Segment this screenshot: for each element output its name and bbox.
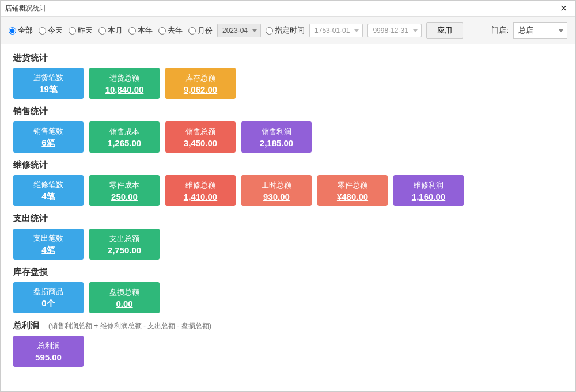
date-range-radios: 全部 今天 昨天 本月 本年 去年 月份	[9, 25, 213, 36]
section-repair: 维修统计 维修笔数4笔 零件成本250.00 维修总额1,410.00 工时总额…	[13, 159, 563, 206]
card-repair-parts[interactable]: 零件总额¥480.00	[317, 175, 388, 206]
card-purchase-count[interactable]: 进货笔数19笔	[13, 68, 84, 99]
card-expense-count[interactable]: 支出笔数4笔	[13, 229, 84, 260]
card-repair-parts-cost[interactable]: 零件成本250.00	[89, 175, 160, 206]
content-area: 进货统计 进货笔数19笔 进货总额10,840.00 库存总额9,062.00 …	[1, 44, 575, 391]
card-sales-count[interactable]: 销售笔数6笔	[13, 121, 84, 153]
section-title-sales: 销售统计	[13, 106, 48, 117]
radio-this-year[interactable]: 本年	[128, 25, 153, 36]
radio-today[interactable]: 今天	[39, 25, 63, 36]
date-to-input[interactable]: 9998-12-31	[367, 24, 421, 37]
card-expense-total[interactable]: 支出总额2,750.00	[89, 229, 160, 260]
section-title-purchase: 进货统计	[13, 52, 48, 63]
titlebar: 店铺概况统计 ✕	[1, 1, 575, 17]
card-repair-profit[interactable]: 维修利润1,160.00	[393, 175, 464, 206]
card-stock-total[interactable]: 库存总额9,062.00	[165, 68, 236, 99]
radio-all[interactable]: 全部	[9, 25, 33, 36]
card-loss-count[interactable]: 盘损商品0个	[13, 282, 84, 313]
store-select[interactable]: 总店	[513, 22, 567, 39]
card-sales-total[interactable]: 销售总额3,450.00	[165, 121, 236, 153]
section-title-profit: 总利润	[13, 320, 39, 331]
filter-toolbar: 全部 今天 昨天 本月 本年 去年 月份 2023-04 指定时间 1753-0…	[1, 17, 575, 44]
section-title-expense: 支出统计	[13, 213, 48, 224]
radio-custom[interactable]: 指定时间	[266, 25, 305, 36]
radio-this-month[interactable]: 本月	[98, 25, 123, 36]
radio-yesterday[interactable]: 昨天	[69, 25, 93, 36]
card-sales-profit[interactable]: 销售利润2,185.00	[241, 121, 312, 153]
window-title: 店铺概况统计	[5, 3, 47, 13]
section-loss: 库存盘损 盘损商品0个 盘损总额0.00	[13, 267, 563, 313]
section-title-loss: 库存盘损	[13, 267, 48, 277]
section-sales: 销售统计 销售笔数6笔 销售成本1,265.00 销售总额3,450.00 销售…	[13, 106, 563, 153]
radio-last-year[interactable]: 去年	[158, 25, 183, 36]
store-label: 门店:	[484, 25, 509, 36]
close-icon[interactable]: ✕	[556, 3, 571, 14]
stats-window: 店铺概况统计 ✕ 全部 今天 昨天 本月 本年 去年 月份 2023-04 指定…	[0, 0, 576, 392]
card-repair-count[interactable]: 维修笔数4笔	[13, 175, 84, 206]
card-repair-labor[interactable]: 工时总额930.00	[241, 175, 312, 206]
month-select[interactable]: 2023-04	[217, 24, 261, 37]
section-expense: 支出统计 支出笔数4笔 支出总额2,750.00	[13, 213, 563, 260]
section-profit: 总利润 (销售利润总额 + 维修利润总额 - 支出总额 - 盘损总额) 总利润5…	[13, 320, 563, 367]
section-purchase: 进货统计 进货笔数19笔 进货总额10,840.00 库存总额9,062.00	[13, 52, 563, 99]
card-purchase-total[interactable]: 进货总额10,840.00	[89, 68, 160, 99]
card-sales-cost[interactable]: 销售成本1,265.00	[89, 121, 160, 153]
apply-button[interactable]: 应用	[426, 22, 463, 39]
card-repair-total[interactable]: 维修总额1,410.00	[165, 175, 236, 206]
card-loss-total[interactable]: 盘损总额0.00	[89, 282, 160, 313]
radio-month[interactable]: 月份	[188, 25, 213, 36]
card-total-profit[interactable]: 总利润595.00	[13, 336, 84, 367]
date-from-input[interactable]: 1753-01-01	[309, 24, 363, 37]
profit-formula-note: (销售利润总额 + 维修利润总额 - 支出总额 - 盘损总额)	[48, 321, 211, 331]
section-title-repair: 维修统计	[13, 159, 48, 170]
